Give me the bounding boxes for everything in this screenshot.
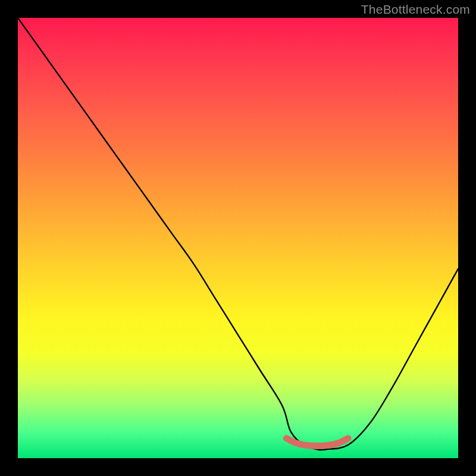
optimal-range	[286, 439, 348, 446]
chart-frame: TheBottleneck.com	[0, 0, 476, 476]
curve-layer	[18, 18, 458, 458]
bottleneck-curve	[18, 18, 458, 450]
plot-area	[18, 18, 458, 458]
watermark-text: TheBottleneck.com	[361, 2, 470, 17]
